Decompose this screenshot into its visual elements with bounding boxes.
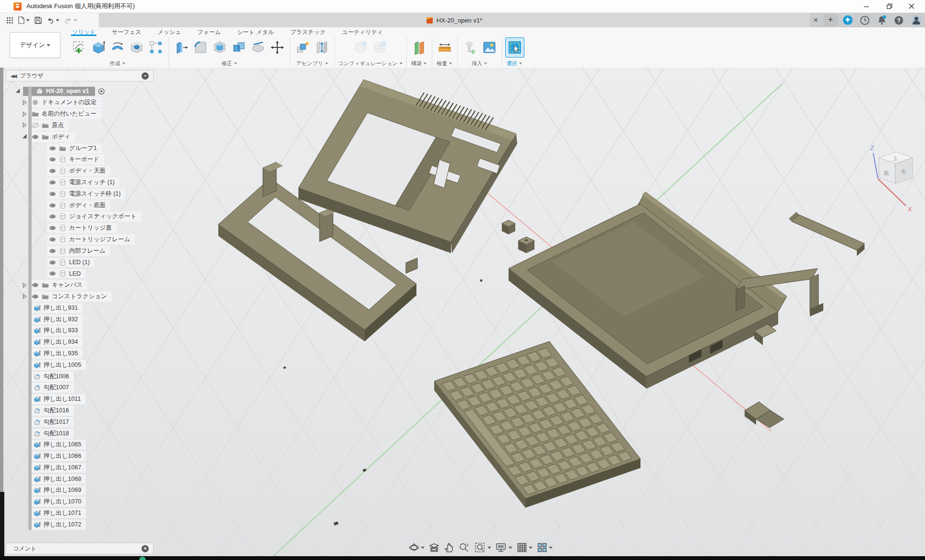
- eye-icon[interactable]: [32, 133, 39, 140]
- collapsed-expander-icon[interactable]: [21, 282, 28, 289]
- eye-icon[interactable]: [32, 281, 39, 289]
- collapsed-expander-icon[interactable]: [21, 293, 28, 300]
- browser-row[interactable]: ボディ・底面: [4, 199, 162, 211]
- row-label: 電源スイッチ (1): [69, 178, 115, 187]
- root-label: HX-20_open v1: [46, 88, 89, 94]
- browser-row[interactable]: 押し出し1072: [4, 519, 162, 530]
- extrude-icon: [34, 304, 41, 312]
- model-keyboard[interactable]: [434, 341, 640, 508]
- browser-row[interactable]: 押し出し1068: [4, 473, 162, 485]
- browser-row[interactable]: LED (1): [4, 257, 162, 268]
- collapsed-expander-icon[interactable]: [21, 99, 28, 106]
- eye-icon[interactable]: [49, 247, 56, 255]
- eye-icon[interactable]: [49, 202, 56, 209]
- look-at-icon[interactable]: [429, 542, 439, 553]
- browser-row[interactable]: ボディ: [4, 131, 162, 142]
- draft-icon: [34, 384, 41, 391]
- viewports-icon[interactable]: [537, 542, 553, 553]
- eye-icon[interactable]: [32, 293, 39, 300]
- svg-text:±: ±: [466, 542, 469, 547]
- browser-row[interactable]: カートリッジ蓋: [4, 222, 162, 234]
- browser-row[interactable]: 押し出し1011: [4, 394, 162, 405]
- row-label: カートリッジ蓋: [69, 224, 112, 232]
- browser-row[interactable]: グループ1: [4, 142, 162, 154]
- eye-icon[interactable]: [49, 259, 56, 266]
- browser-row[interactable]: 押し出し931: [4, 302, 162, 314]
- eye-icon[interactable]: [49, 156, 56, 163]
- browser-row[interactable]: LED: [4, 268, 162, 280]
- browser-row[interactable]: 押し出し1071: [4, 508, 162, 519]
- extrude-icon: [34, 350, 41, 357]
- browser-row[interactable]: ドキュメントの設定: [4, 97, 162, 108]
- grid-settings-icon[interactable]: [517, 542, 533, 553]
- browser-row[interactable]: ジョイスティックポート: [4, 211, 162, 222]
- browser-row[interactable]: 勾配1007: [4, 382, 162, 394]
- activate-target-icon[interactable]: [98, 88, 105, 95]
- eye-icon[interactable]: [49, 190, 56, 198]
- row-label: 押し出し934: [44, 338, 78, 346]
- row-label: 押し出し931: [44, 304, 78, 312]
- browser-row[interactable]: 名前の付いたビュー: [4, 108, 162, 120]
- eye-icon[interactable]: [49, 145, 56, 152]
- browser-row[interactable]: キーボード: [4, 154, 162, 165]
- expanded-expander-icon[interactable]: [21, 133, 28, 140]
- zoom-icon[interactable]: ±: [459, 542, 470, 553]
- browser-row[interactable]: 押し出し1069: [4, 485, 162, 496]
- model-power-switch[interactable]: [502, 220, 534, 253]
- comments-bar[interactable]: コメント +: [6, 543, 154, 554]
- browser-row[interactable]: 押し出し1065: [4, 439, 162, 451]
- browser-row[interactable]: 電源スイッチ (1): [4, 177, 162, 188]
- browser-row[interactable]: 勾配1016: [4, 405, 162, 417]
- orbit-icon[interactable]: [409, 542, 425, 553]
- pan-icon[interactable]: [444, 542, 454, 553]
- collapse-browser-icon[interactable]: ◀◀: [11, 73, 16, 79]
- folder-icon: [59, 145, 66, 152]
- extrude-icon: [34, 338, 41, 346]
- eye-off-icon[interactable]: [32, 122, 39, 129]
- browser-root-row[interactable]: HX-20_open v1: [4, 85, 162, 97]
- browser-row[interactable]: 押し出し1005: [4, 359, 162, 371]
- browser-row[interactable]: 勾配1006: [4, 371, 162, 382]
- eye-icon[interactable]: [49, 224, 56, 232]
- fit-icon[interactable]: [474, 542, 491, 553]
- extrude-icon: [34, 362, 41, 369]
- body-icon: [59, 247, 66, 255]
- eye-icon[interactable]: [49, 270, 56, 277]
- browser-row[interactable]: 押し出し932: [4, 314, 162, 325]
- browser-row[interactable]: 内部フレーム: [4, 245, 162, 257]
- browser-row[interactable]: 押し出し935: [4, 348, 162, 360]
- background-window-dark: [0, 492, 4, 556]
- eye-icon[interactable]: [49, 179, 56, 186]
- browser-minus-icon[interactable]: −: [142, 72, 149, 80]
- browser-row[interactable]: コンストラクション: [4, 291, 162, 303]
- browser-row[interactable]: 押し出し1066: [4, 451, 162, 462]
- browser-row[interactable]: 原点: [4, 120, 162, 131]
- row-label: カートリッジフレーム: [69, 235, 130, 244]
- view-cube[interactable]: Z X 上 前 右: [864, 139, 923, 215]
- eye-icon[interactable]: [49, 167, 56, 175]
- collapsed-expander-icon[interactable]: [21, 111, 28, 117]
- browser-row[interactable]: 電源スイッチ枠 (1): [4, 188, 162, 199]
- browser-row[interactable]: 押し出し933: [4, 325, 162, 337]
- eye-icon[interactable]: [49, 213, 56, 220]
- browser-row[interactable]: 勾配1017: [4, 416, 162, 428]
- browser-row[interactable]: ボディ・天面: [4, 165, 162, 177]
- extrude-icon: [34, 453, 41, 460]
- extrude-icon: [34, 476, 41, 483]
- row-label: 押し出し1065: [44, 441, 81, 449]
- model-cartridge-lid[interactable]: [789, 212, 865, 256]
- expanded-expander-icon[interactable]: [14, 88, 21, 94]
- browser-row[interactable]: 押し出し934: [4, 337, 162, 348]
- collapsed-expander-icon[interactable]: [21, 122, 28, 128]
- row-label: LED (1): [69, 259, 90, 266]
- eye-icon[interactable]: [49, 236, 56, 243]
- browser-row[interactable]: 押し出し1067: [4, 462, 162, 474]
- browser-row[interactable]: カートリッジフレーム: [4, 234, 162, 245]
- browser-row[interactable]: 押し出し1070: [4, 496, 162, 508]
- comments-plus-icon[interactable]: +: [142, 545, 149, 552]
- browser-row[interactable]: キャンバス: [4, 280, 162, 291]
- browser-scrollbar[interactable]: [28, 86, 32, 530]
- display-settings-icon[interactable]: [496, 542, 512, 553]
- browser-row[interactable]: 勾配1018: [4, 428, 162, 439]
- browser-header[interactable]: ◀◀ ブラウザ −: [6, 70, 154, 82]
